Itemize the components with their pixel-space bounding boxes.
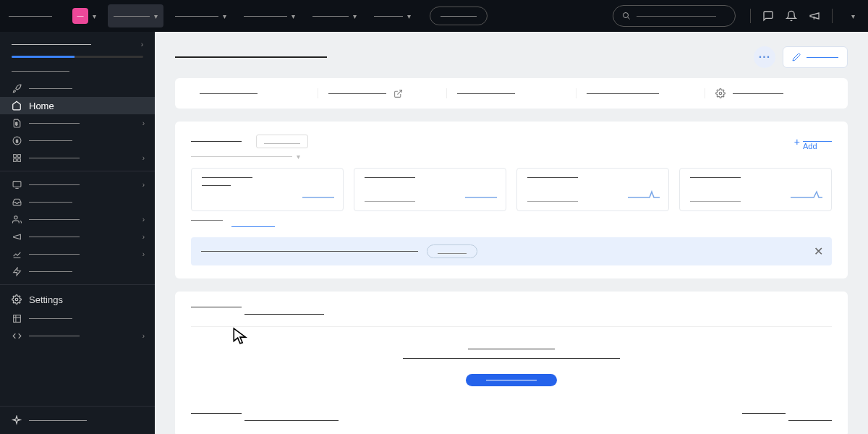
sidebar-item[interactable] xyxy=(0,62,155,80)
svg-text:$: $ xyxy=(15,138,17,142)
nav-dropdown-4[interactable]: ▾ xyxy=(368,9,417,23)
megaphone-icon[interactable] xyxy=(809,10,820,22)
filter-tag[interactable] xyxy=(256,135,308,148)
primary-cta-button[interactable] xyxy=(466,374,557,386)
monitor-icon xyxy=(12,180,22,190)
sidebar-item[interactable]: › xyxy=(0,176,155,193)
svg-line-1 xyxy=(628,17,630,20)
divider xyxy=(0,284,155,285)
add-link[interactable]: + Add xyxy=(794,136,832,148)
svg-rect-7 xyxy=(13,158,16,161)
search-input[interactable] xyxy=(613,5,736,27)
svg-point-0 xyxy=(624,13,629,18)
info-cell[interactable] xyxy=(318,88,447,98)
external-link-icon xyxy=(393,89,403,98)
separator xyxy=(832,9,833,23)
workspace-switcher[interactable]: — ▾ xyxy=(67,5,102,27)
svg-rect-5 xyxy=(13,154,16,157)
svg-point-11 xyxy=(14,216,17,218)
stat-tile[interactable] xyxy=(516,168,669,211)
grid-icon xyxy=(12,153,22,163)
dollar-circle-icon: $ xyxy=(12,136,22,145)
sidebar-item[interactable] xyxy=(0,263,155,280)
action-pill[interactable] xyxy=(430,7,488,25)
sidebar-footer[interactable] xyxy=(0,406,155,434)
info-cell[interactable] xyxy=(705,88,833,98)
chevron-down-icon: ▾ xyxy=(407,12,411,20)
sidebar-item[interactable]: › xyxy=(0,327,155,344)
separator xyxy=(750,9,751,23)
svg-point-19 xyxy=(719,92,722,95)
sparkline xyxy=(465,187,497,200)
chat-icon[interactable] xyxy=(762,10,774,22)
svg-rect-8 xyxy=(17,158,20,161)
inbox-icon xyxy=(12,197,22,207)
nav-dropdown-2[interactable]: ▾ xyxy=(238,9,301,23)
table-icon xyxy=(12,314,22,323)
stats-subheader[interactable]: ▾ xyxy=(191,153,832,161)
brand-placeholder xyxy=(9,16,52,17)
svg-point-14 xyxy=(15,298,18,301)
bell-icon[interactable] xyxy=(786,10,797,22)
gear-icon xyxy=(715,88,726,98)
chevron-down-icon: ▾ xyxy=(223,12,226,20)
users-icon xyxy=(12,215,22,224)
banner-text-placeholder xyxy=(201,251,418,252)
edit-button[interactable] xyxy=(783,46,848,68)
sidebar-item[interactable]: › xyxy=(0,245,155,263)
sidebar-item[interactable]: $ › xyxy=(0,114,155,132)
sidebar-header: › xyxy=(0,32,155,62)
stat-tile[interactable] xyxy=(354,168,506,211)
project-switcher[interactable]: ▾ xyxy=(108,4,163,27)
info-banner: ✕ xyxy=(191,237,832,265)
svg-text:$: $ xyxy=(15,122,17,126)
info-bar xyxy=(175,78,848,109)
section-header xyxy=(191,305,832,327)
top-bar: — ▾ ▾ ▾ ▾ ▾ ▾ ▾ xyxy=(0,0,868,32)
chevron-down-icon[interactable]: ▾ xyxy=(851,12,855,20)
stat-tile[interactable] xyxy=(679,168,832,211)
stats-title-placeholder xyxy=(191,141,242,142)
search-icon xyxy=(622,12,631,20)
stats-card: + Add ▾ xyxy=(175,122,848,278)
cta-area xyxy=(191,341,832,401)
rocket-icon xyxy=(12,84,22,93)
topbar-icons: ▾ xyxy=(750,9,859,23)
sparkline xyxy=(791,187,822,200)
compare-link[interactable] xyxy=(231,220,275,229)
close-icon[interactable]: ✕ xyxy=(814,244,823,258)
sidebar-item[interactable] xyxy=(0,193,155,210)
more-button[interactable]: ··· xyxy=(754,46,775,68)
info-cell xyxy=(447,88,576,98)
sidebar-item[interactable]: $ xyxy=(0,132,155,149)
banner-button[interactable] xyxy=(427,244,477,258)
page-title-placeholder xyxy=(175,56,327,58)
chevron-down-icon: ▾ xyxy=(154,12,158,20)
sidebar-item[interactable]: › xyxy=(0,149,155,166)
nav-dropdown-1[interactable]: ▾ xyxy=(169,9,232,23)
stat-tile[interactable] xyxy=(191,168,344,211)
sidebar-item-home[interactable]: Home xyxy=(0,97,155,114)
sidebar-title-placeholder xyxy=(12,44,91,45)
sidebar-item[interactable]: › xyxy=(0,228,155,245)
sidebar-item[interactable] xyxy=(0,80,155,97)
progress-bar xyxy=(12,56,143,58)
sidebar: › Home $ › $ › › xyxy=(0,32,155,434)
sidebar-item[interactable] xyxy=(0,310,155,327)
sparkline xyxy=(302,187,334,200)
pencil-icon xyxy=(792,53,801,61)
chevron-down-icon: ▾ xyxy=(93,12,96,20)
gear-icon xyxy=(12,294,22,305)
svg-rect-6 xyxy=(17,154,20,157)
cta-text-placeholder xyxy=(403,358,620,359)
page-header: ··· xyxy=(175,46,848,68)
sidebar-item[interactable]: › xyxy=(0,210,155,228)
svg-rect-9 xyxy=(13,181,21,187)
chevron-down-icon: ▾ xyxy=(297,153,300,161)
file-dollar-icon: $ xyxy=(12,119,22,128)
sidebar-item-settings[interactable]: Settings xyxy=(0,289,155,310)
sidebar-label: Settings xyxy=(29,294,63,305)
chevron-right-icon[interactable]: › xyxy=(141,41,143,48)
chevron-down-icon: ▾ xyxy=(292,12,295,20)
nav-dropdown-3[interactable]: ▾ xyxy=(307,9,362,23)
